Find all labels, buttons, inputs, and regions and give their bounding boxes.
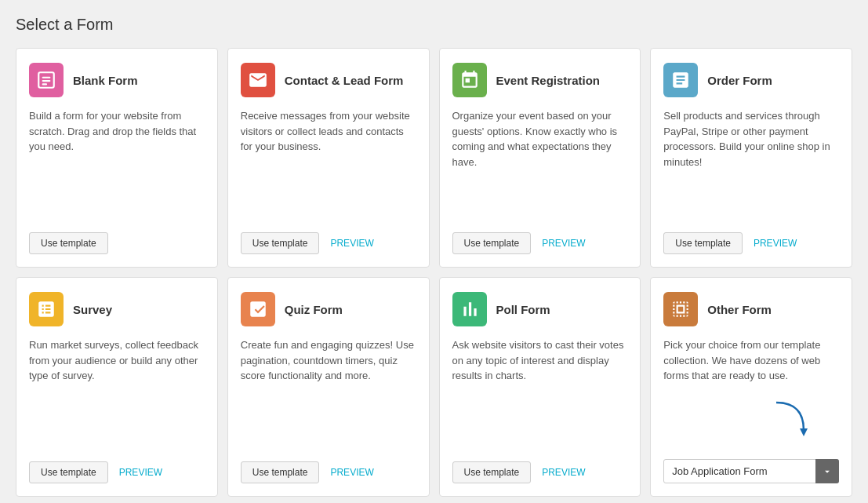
card-order-form: Order Form Sell products and services th…: [650, 48, 852, 268]
order-form-desc: Sell products and services through PayPa…: [663, 108, 839, 220]
card-header-blank: Blank Form: [29, 63, 205, 97]
svg-rect-1: [42, 77, 51, 78]
blank-form-use-template-button[interactable]: Use template: [29, 232, 108, 254]
survey-desc: Run market surveys, collect feedback fro…: [29, 337, 205, 449]
card-other-form: Other Form Pick your choice from our tem…: [650, 277, 852, 497]
form-grid: Blank Form Build a form for your website…: [16, 48, 852, 497]
card-header-other: Other Form: [663, 292, 839, 326]
survey-use-template-button[interactable]: Use template: [29, 461, 108, 483]
other-form-desc: Pick your choice from our template colle…: [663, 337, 839, 395]
poll-form-icon: [452, 292, 487, 326]
contact-form-use-template-button[interactable]: Use template: [241, 232, 320, 254]
other-form-dropdown-button[interactable]: [815, 459, 839, 483]
other-form-title: Other Form: [707, 303, 772, 316]
order-form-icon: [663, 63, 698, 97]
contact-form-preview-link[interactable]: PREVIEW: [330, 238, 373, 249]
svg-rect-3: [42, 83, 48, 85]
card-survey: Survey Run market surveys, collect feedb…: [16, 277, 218, 497]
order-form-title: Order Form: [707, 74, 772, 87]
other-form-dropdown[interactable]: Job Application Form Contact Form Regist…: [663, 459, 839, 483]
card-header-event: Event Registration: [452, 63, 628, 97]
blank-form-footer: Use template: [29, 232, 205, 254]
blank-form-title: Blank Form: [73, 74, 138, 87]
poll-form-use-template-button[interactable]: Use template: [452, 461, 532, 483]
quiz-form-footer: Use template PREVIEW: [241, 461, 416, 483]
poll-form-preview-link[interactable]: PREVIEW: [542, 467, 585, 478]
card-poll-form: Poll Form Ask website visitors to cast t…: [439, 277, 641, 497]
contact-form-desc: Receive messages from your website visit…: [241, 108, 416, 220]
poll-form-footer: Use template PREVIEW: [452, 461, 628, 483]
quiz-form-use-template-button[interactable]: Use template: [241, 461, 320, 483]
other-form-dropdown-area: Job Application Form Contact Form Regist…: [663, 459, 839, 483]
blank-form-icon: [29, 63, 64, 97]
card-header-poll: Poll Form: [452, 292, 628, 326]
page-title: Select a Form: [16, 16, 852, 34]
event-form-desc: Organize your event based on your guests…: [452, 108, 628, 220]
quiz-form-desc: Create fun and engaging quizzes! Use pag…: [241, 337, 416, 449]
event-form-icon: [452, 63, 487, 97]
arrow-indicator: [772, 399, 815, 449]
event-form-footer: Use template PREVIEW: [452, 232, 628, 254]
contact-form-icon: [241, 63, 275, 97]
order-form-preview-link[interactable]: PREVIEW: [754, 238, 797, 249]
event-form-use-template-button[interactable]: Use template: [452, 232, 532, 254]
card-contact-form: Contact & Lead Form Receive messages fro…: [227, 48, 430, 268]
card-event-form: Event Registration Organize your event b…: [439, 48, 641, 268]
card-quiz-form: Quiz Form Create fun and engaging quizze…: [227, 277, 430, 497]
svg-rect-2: [42, 80, 51, 82]
svg-marker-4: [800, 428, 808, 436]
survey-footer: Use template PREVIEW: [29, 461, 205, 483]
other-form-icon: [663, 292, 698, 326]
poll-form-title: Poll Form: [496, 303, 550, 316]
event-form-title: Event Registration: [496, 74, 601, 87]
order-form-use-template-button[interactable]: Use template: [663, 232, 743, 254]
order-form-footer: Use template PREVIEW: [663, 232, 839, 254]
card-header-survey: Survey: [29, 292, 205, 326]
quiz-form-icon: [241, 292, 275, 326]
card-blank-form: Blank Form Build a form for your website…: [16, 48, 218, 268]
survey-icon: [29, 292, 64, 326]
contact-form-footer: Use template PREVIEW: [241, 232, 416, 254]
quiz-form-title: Quiz Form: [285, 303, 343, 316]
poll-form-desc: Ask website visitors to cast their votes…: [452, 337, 628, 449]
contact-form-title: Contact & Lead Form: [285, 74, 404, 87]
card-header-order: Order Form: [663, 63, 839, 97]
blank-form-desc: Build a form for your website from scrat…: [29, 108, 205, 220]
survey-title: Survey: [73, 303, 112, 316]
card-header-contact: Contact & Lead Form: [241, 63, 416, 97]
event-form-preview-link[interactable]: PREVIEW: [542, 238, 585, 249]
quiz-form-preview-link[interactable]: PREVIEW: [330, 467, 373, 478]
survey-preview-link[interactable]: PREVIEW: [119, 467, 162, 478]
card-header-quiz: Quiz Form: [241, 292, 416, 326]
